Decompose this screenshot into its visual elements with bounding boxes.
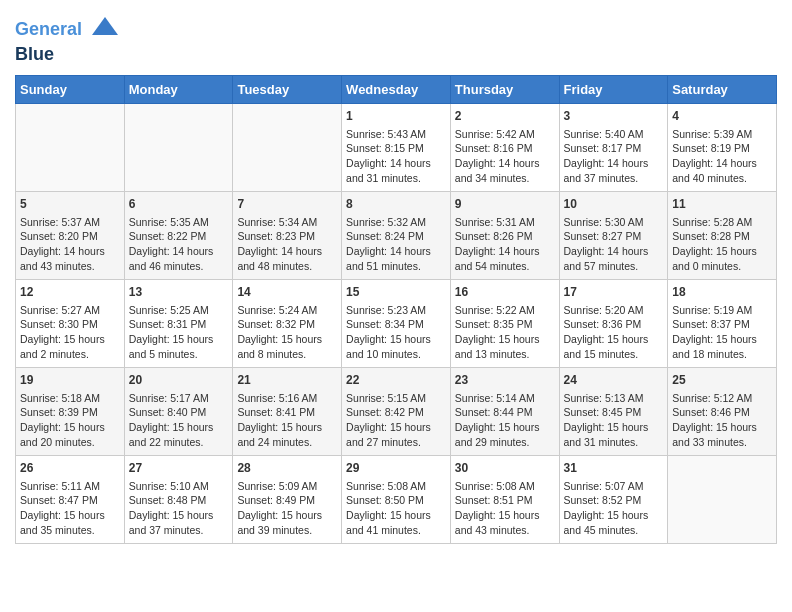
day-number: 29: [346, 460, 446, 477]
weekday-wednesday: Wednesday: [342, 75, 451, 103]
day-number: 18: [672, 284, 772, 301]
day-info: Sunrise: 5:32 AM: [346, 215, 446, 230]
day-info: and 22 minutes.: [129, 435, 229, 450]
calendar-cell: 20Sunrise: 5:17 AMSunset: 8:40 PMDayligh…: [124, 367, 233, 455]
calendar-cell: 9Sunrise: 5:31 AMSunset: 8:26 PMDaylight…: [450, 191, 559, 279]
calendar-week-4: 19Sunrise: 5:18 AMSunset: 8:39 PMDayligh…: [16, 367, 777, 455]
day-info: Daylight: 15 hours: [129, 508, 229, 523]
day-info: Sunset: 8:23 PM: [237, 229, 337, 244]
day-info: Sunset: 8:41 PM: [237, 405, 337, 420]
day-info: Daylight: 15 hours: [129, 420, 229, 435]
calendar-cell: 30Sunrise: 5:08 AMSunset: 8:51 PMDayligh…: [450, 455, 559, 543]
day-info: and 18 minutes.: [672, 347, 772, 362]
day-info: Sunrise: 5:30 AM: [564, 215, 664, 230]
day-info: Daylight: 15 hours: [564, 508, 664, 523]
day-info: and 40 minutes.: [672, 171, 772, 186]
day-info: Daylight: 15 hours: [20, 332, 120, 347]
day-info: Sunset: 8:32 PM: [237, 317, 337, 332]
day-info: Sunset: 8:37 PM: [672, 317, 772, 332]
day-info: and 41 minutes.: [346, 523, 446, 538]
calendar-cell: 15Sunrise: 5:23 AMSunset: 8:34 PMDayligh…: [342, 279, 451, 367]
day-info: and 29 minutes.: [455, 435, 555, 450]
calendar-cell: 29Sunrise: 5:08 AMSunset: 8:50 PMDayligh…: [342, 455, 451, 543]
day-info: Sunset: 8:27 PM: [564, 229, 664, 244]
day-number: 15: [346, 284, 446, 301]
day-info: and 34 minutes.: [455, 171, 555, 186]
weekday-tuesday: Tuesday: [233, 75, 342, 103]
calendar-cell: 17Sunrise: 5:20 AMSunset: 8:36 PMDayligh…: [559, 279, 668, 367]
calendar-cell: 4Sunrise: 5:39 AMSunset: 8:19 PMDaylight…: [668, 103, 777, 191]
day-info: Sunrise: 5:31 AM: [455, 215, 555, 230]
day-number: 5: [20, 196, 120, 213]
day-info: Sunrise: 5:12 AM: [672, 391, 772, 406]
day-info: Sunrise: 5:15 AM: [346, 391, 446, 406]
day-number: 6: [129, 196, 229, 213]
day-info: Daylight: 15 hours: [672, 244, 772, 259]
calendar-cell: 26Sunrise: 5:11 AMSunset: 8:47 PMDayligh…: [16, 455, 125, 543]
calendar-week-1: 1Sunrise: 5:43 AMSunset: 8:15 PMDaylight…: [16, 103, 777, 191]
day-number: 2: [455, 108, 555, 125]
day-info: and 33 minutes.: [672, 435, 772, 450]
day-info: Sunset: 8:31 PM: [129, 317, 229, 332]
day-info: Sunrise: 5:20 AM: [564, 303, 664, 318]
calendar-cell: 14Sunrise: 5:24 AMSunset: 8:32 PMDayligh…: [233, 279, 342, 367]
day-number: 22: [346, 372, 446, 389]
calendar-cell: [668, 455, 777, 543]
day-info: Sunrise: 5:24 AM: [237, 303, 337, 318]
day-info: and 45 minutes.: [564, 523, 664, 538]
day-info: Sunrise: 5:17 AM: [129, 391, 229, 406]
day-number: 20: [129, 372, 229, 389]
day-info: Sunset: 8:47 PM: [20, 493, 120, 508]
day-info: and 51 minutes.: [346, 259, 446, 274]
calendar-body: 1Sunrise: 5:43 AMSunset: 8:15 PMDaylight…: [16, 103, 777, 543]
calendar-cell: [124, 103, 233, 191]
day-info: Daylight: 15 hours: [20, 508, 120, 523]
day-number: 3: [564, 108, 664, 125]
calendar-cell: 27Sunrise: 5:10 AMSunset: 8:48 PMDayligh…: [124, 455, 233, 543]
calendar-header: SundayMondayTuesdayWednesdayThursdayFrid…: [16, 75, 777, 103]
weekday-friday: Friday: [559, 75, 668, 103]
day-number: 4: [672, 108, 772, 125]
calendar-cell: 24Sunrise: 5:13 AMSunset: 8:45 PMDayligh…: [559, 367, 668, 455]
calendar-week-2: 5Sunrise: 5:37 AMSunset: 8:20 PMDaylight…: [16, 191, 777, 279]
day-info: Daylight: 14 hours: [20, 244, 120, 259]
day-info: Sunrise: 5:37 AM: [20, 215, 120, 230]
day-info: and 13 minutes.: [455, 347, 555, 362]
day-number: 19: [20, 372, 120, 389]
day-info: and 46 minutes.: [129, 259, 229, 274]
calendar-table: SundayMondayTuesdayWednesdayThursdayFrid…: [15, 75, 777, 544]
day-info: Sunrise: 5:07 AM: [564, 479, 664, 494]
day-info: Sunset: 8:39 PM: [20, 405, 120, 420]
calendar-cell: 18Sunrise: 5:19 AMSunset: 8:37 PMDayligh…: [668, 279, 777, 367]
day-info: and 31 minutes.: [564, 435, 664, 450]
day-info: Daylight: 15 hours: [129, 332, 229, 347]
day-info: Daylight: 14 hours: [672, 156, 772, 171]
calendar-cell: [16, 103, 125, 191]
day-info: and 37 minutes.: [564, 171, 664, 186]
day-number: 9: [455, 196, 555, 213]
calendar-cell: 31Sunrise: 5:07 AMSunset: 8:52 PMDayligh…: [559, 455, 668, 543]
day-info: Daylight: 15 hours: [237, 508, 337, 523]
day-info: Daylight: 14 hours: [455, 244, 555, 259]
day-info: Sunrise: 5:10 AM: [129, 479, 229, 494]
day-info: and 10 minutes.: [346, 347, 446, 362]
day-info: Daylight: 15 hours: [346, 508, 446, 523]
day-info: Daylight: 14 hours: [237, 244, 337, 259]
day-number: 27: [129, 460, 229, 477]
day-info: and 43 minutes.: [20, 259, 120, 274]
day-info: and 43 minutes.: [455, 523, 555, 538]
day-info: Daylight: 15 hours: [564, 420, 664, 435]
day-info: Sunset: 8:48 PM: [129, 493, 229, 508]
calendar-cell: 23Sunrise: 5:14 AMSunset: 8:44 PMDayligh…: [450, 367, 559, 455]
day-number: 13: [129, 284, 229, 301]
day-info: and 8 minutes.: [237, 347, 337, 362]
day-info: and 2 minutes.: [20, 347, 120, 362]
day-info: Daylight: 15 hours: [564, 332, 664, 347]
day-info: and 20 minutes.: [20, 435, 120, 450]
page-header: General Blue: [15, 15, 777, 65]
day-info: Sunset: 8:52 PM: [564, 493, 664, 508]
day-number: 11: [672, 196, 772, 213]
calendar-cell: 21Sunrise: 5:16 AMSunset: 8:41 PMDayligh…: [233, 367, 342, 455]
day-info: Sunset: 8:28 PM: [672, 229, 772, 244]
svg-marker-0: [92, 17, 118, 35]
